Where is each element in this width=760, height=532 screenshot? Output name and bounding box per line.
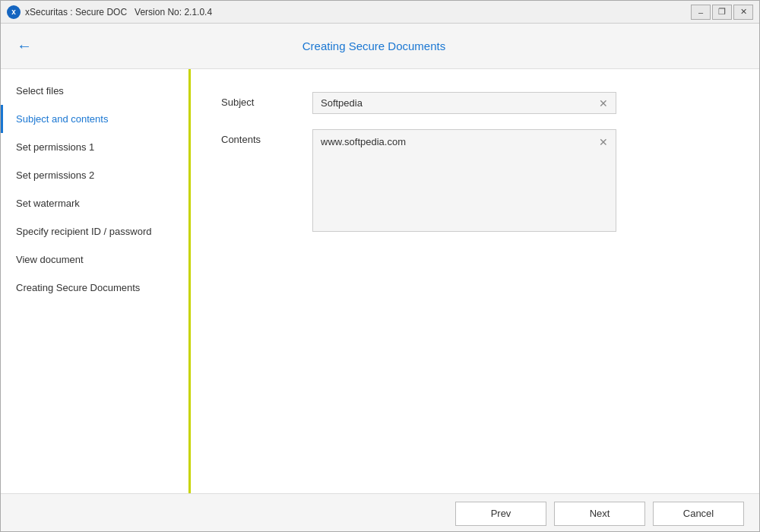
restore-button[interactable]: ❐: [712, 5, 732, 20]
footer: Prev Next Cancel: [1, 493, 759, 532]
subject-row: Subject ✕: [221, 92, 729, 114]
titlebar-app-name: xSecuritas : Secure DOC Version No: 2.1.…: [25, 7, 212, 17]
minimize-button[interactable]: –: [691, 5, 711, 20]
sidebar-item-creating-secure-documents[interactable]: Creating Secure Documents: [1, 274, 188, 302]
sidebar: Select filesSubject and contentsSet perm…: [1, 69, 191, 493]
cancel-button[interactable]: Cancel: [653, 502, 744, 526]
sidebar-item-select-files[interactable]: Select files: [1, 77, 188, 105]
contents-textarea[interactable]: [313, 130, 616, 229]
contents-label: Contents: [221, 129, 312, 145]
prev-button[interactable]: Prev: [455, 502, 546, 526]
contents-field: ✕: [312, 129, 616, 232]
header: ← Creating Secure Documents: [1, 24, 759, 69]
sidebar-item-view-document[interactable]: View document: [1, 245, 188, 274]
main-layout: Select filesSubject and contentsSet perm…: [1, 69, 759, 493]
next-button[interactable]: Next: [554, 502, 645, 526]
app-icon: x: [7, 5, 21, 19]
sidebar-item-set-permissions-1[interactable]: Set permissions 1: [1, 133, 188, 161]
contents-textarea-wrapper: ✕: [312, 129, 616, 232]
header-title: Creating Secure Documents: [48, 40, 700, 52]
close-button[interactable]: ✕: [733, 5, 753, 20]
titlebar-left: x xSecuritas : Secure DOC Version No: 2.…: [7, 5, 212, 19]
contents-clear-button[interactable]: ✕: [596, 135, 611, 150]
subject-input-wrapper: ✕: [312, 92, 616, 114]
content-area: Subject ✕ Contents ✕: [191, 69, 759, 493]
titlebar-controls: – ❐ ✕: [691, 5, 753, 20]
subject-clear-button[interactable]: ✕: [596, 96, 611, 111]
titlebar: x xSecuritas : Secure DOC Version No: 2.…: [1, 1, 759, 24]
sidebar-item-set-permissions-2[interactable]: Set permissions 2: [1, 161, 188, 189]
sidebar-item-specify-recipient[interactable]: Specify recipient ID / password: [1, 217, 188, 245]
subject-input[interactable]: [313, 93, 616, 113]
contents-row: Contents ✕: [221, 129, 729, 232]
back-button[interactable]: ←: [13, 35, 36, 58]
sidebar-item-subject-and-contents[interactable]: Subject and contents: [1, 105, 188, 133]
subject-label: Subject: [221, 92, 312, 108]
sidebar-item-set-watermark[interactable]: Set watermark: [1, 189, 188, 217]
subject-field: ✕: [312, 92, 616, 114]
